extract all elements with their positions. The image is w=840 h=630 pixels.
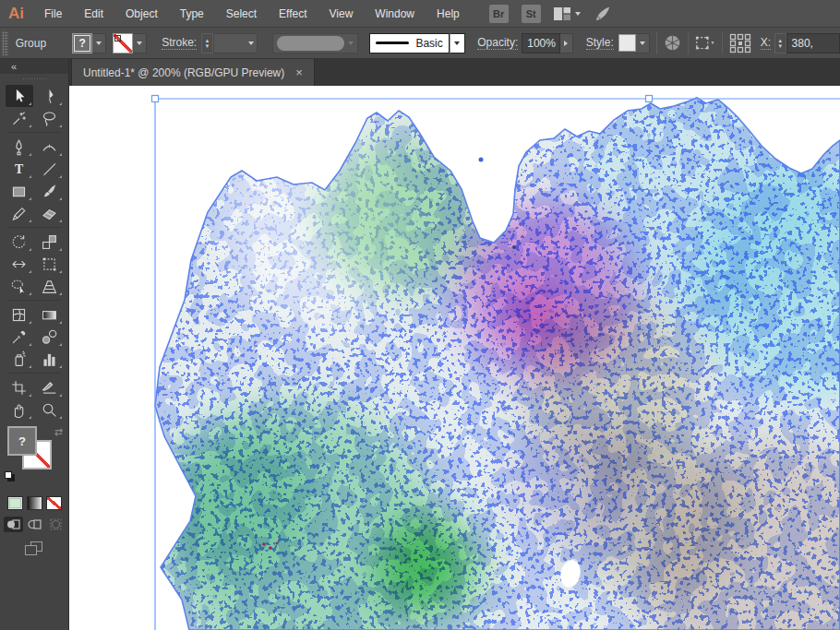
style-swatch[interactable] bbox=[618, 34, 636, 52]
tool-scale[interactable] bbox=[36, 231, 64, 253]
menu-view[interactable]: View bbox=[318, 0, 365, 28]
default-fill-stroke-icon[interactable] bbox=[5, 471, 15, 481]
draw-normal-icon bbox=[6, 518, 20, 530]
opacity-field[interactable]: 100% bbox=[522, 33, 560, 53]
bridge-button[interactable]: Br bbox=[489, 5, 509, 23]
tool-eraser[interactable] bbox=[36, 202, 64, 224]
draw-behind-button[interactable] bbox=[25, 517, 44, 532]
free-transform-icon bbox=[41, 256, 58, 273]
tool-width-tool[interactable] bbox=[6, 253, 33, 275]
style-chevron[interactable] bbox=[636, 33, 650, 53]
tool-direct-selection[interactable] bbox=[36, 85, 64, 107]
tool-row: T bbox=[0, 158, 68, 180]
tool-rectangle[interactable] bbox=[6, 180, 33, 202]
color-mode-button[interactable] bbox=[7, 496, 23, 510]
draw-inside-button[interactable] bbox=[46, 517, 66, 532]
tool-shape-builder[interactable] bbox=[6, 275, 33, 297]
draw-normal-button[interactable] bbox=[4, 517, 23, 532]
workspace-switcher-icon bbox=[554, 7, 570, 20]
artboard-canvas[interactable] bbox=[69, 86, 840, 630]
stroke-well-chevron[interactable] bbox=[133, 33, 147, 53]
stepper-down-icon[interactable]: ▼ bbox=[777, 43, 783, 49]
tool-artboard[interactable] bbox=[6, 376, 33, 398]
tool-symbol-sprayer[interactable] bbox=[6, 348, 33, 370]
document-tab[interactable]: Untitled-1* @ 200% (RGB/GPU Preview) × bbox=[71, 59, 315, 86]
toolbar-grip[interactable] bbox=[0, 74, 68, 85]
tool-selection[interactable] bbox=[6, 85, 33, 107]
tool-mesh[interactable] bbox=[6, 303, 33, 326]
tool-shaper[interactable] bbox=[6, 202, 33, 224]
tool-hand[interactable] bbox=[6, 398, 33, 421]
tool-slice[interactable] bbox=[36, 376, 64, 398]
none-mode-button[interactable] bbox=[46, 496, 62, 510]
x-position-stepper[interactable]: ▲▼ bbox=[774, 33, 786, 53]
tab-close-icon[interactable]: × bbox=[295, 66, 303, 78]
opacity-label[interactable]: Opacity: bbox=[477, 36, 518, 50]
shaper-icon bbox=[10, 205, 28, 222]
fill-color-well[interactable]: ? bbox=[72, 33, 92, 53]
select-similar-button[interactable] bbox=[695, 35, 715, 52]
recolor-artwork-button[interactable] bbox=[664, 34, 681, 52]
swap-fill-stroke-icon[interactable]: ⇄ bbox=[54, 426, 63, 438]
tool-blend[interactable] bbox=[36, 326, 64, 348]
variable-width-profile-select[interactable] bbox=[272, 33, 358, 53]
illustrator-logo[interactable]: Ai bbox=[0, 5, 33, 23]
stroke-color-well[interactable] bbox=[113, 33, 133, 53]
stepper-down-icon[interactable]: ▼ bbox=[204, 43, 210, 49]
menu-type[interactable]: Type bbox=[169, 0, 215, 28]
menu-select[interactable]: Select bbox=[215, 0, 268, 28]
menu-edit[interactable]: Edit bbox=[73, 0, 114, 28]
stroke-weight-label[interactable]: Stroke: bbox=[162, 36, 197, 50]
tool-gradient[interactable] bbox=[36, 303, 64, 326]
opacity-expand-button[interactable] bbox=[560, 33, 573, 53]
tool-curvature[interactable] bbox=[36, 136, 64, 158]
tool-free-transform[interactable] bbox=[36, 253, 64, 275]
tool-zoom[interactable] bbox=[36, 398, 64, 421]
panel-grip[interactable] bbox=[2, 31, 8, 55]
menu-file[interactable]: File bbox=[33, 0, 73, 28]
tool-eyedropper[interactable] bbox=[6, 326, 33, 348]
selection-handle[interactable] bbox=[646, 96, 653, 102]
x-position-label[interactable]: X: bbox=[761, 36, 771, 50]
toolbar-divider bbox=[7, 373, 61, 374]
align-panel-button[interactable] bbox=[729, 33, 751, 53]
tool-lasso[interactable] bbox=[36, 107, 64, 129]
style-label[interactable]: Style: bbox=[586, 36, 614, 50]
artwork-canvas[interactable] bbox=[69, 86, 840, 630]
slice-icon bbox=[41, 379, 58, 397]
blend-icon bbox=[41, 328, 58, 346]
divider bbox=[656, 32, 657, 54]
selection-handle[interactable] bbox=[152, 96, 159, 102]
stroke-weight-select[interactable] bbox=[213, 33, 258, 53]
tool-rotate[interactable] bbox=[6, 231, 33, 253]
gpu-performance-rocket-icon[interactable] bbox=[594, 6, 612, 22]
fill-well-chevron[interactable] bbox=[92, 33, 106, 53]
tool-line-segment[interactable] bbox=[36, 158, 64, 180]
stock-button[interactable]: St bbox=[522, 5, 541, 23]
stroke-proxy-icon bbox=[114, 35, 121, 42]
stroke-weight-stepper[interactable]: ▲▼ bbox=[201, 33, 213, 53]
brush-definition-select[interactable]: Basic bbox=[369, 33, 449, 53]
toolbar-divider bbox=[7, 300, 61, 301]
draw-behind-icon bbox=[28, 518, 42, 530]
workspace-switcher[interactable] bbox=[554, 7, 581, 20]
fill-control[interactable]: ? bbox=[72, 33, 106, 53]
change-screen-mode-button[interactable] bbox=[25, 541, 43, 556]
menu-help[interactable]: Help bbox=[426, 0, 471, 28]
fill-color-swatch[interactable]: ? bbox=[7, 426, 37, 456]
type-icon: T bbox=[10, 160, 28, 178]
tool-perspective-grid[interactable] bbox=[36, 275, 64, 297]
menu-window[interactable]: Window bbox=[364, 0, 426, 28]
stroke-control[interactable] bbox=[113, 33, 147, 53]
menu-object[interactable]: Object bbox=[114, 0, 169, 28]
tool-pen[interactable] bbox=[6, 136, 33, 158]
toolbar-collapse-button[interactable]: « bbox=[0, 59, 68, 74]
x-position-field[interactable]: 380, bbox=[786, 33, 840, 53]
tool-paintbrush[interactable] bbox=[36, 180, 64, 202]
menu-effect[interactable]: Effect bbox=[268, 0, 318, 28]
tool-column-graph[interactable] bbox=[36, 348, 64, 370]
brush-definition-chevron[interactable] bbox=[450, 33, 465, 53]
gradient-mode-button[interactable] bbox=[27, 496, 42, 510]
tool-magic-wand[interactable] bbox=[6, 107, 33, 129]
tool-type[interactable]: T bbox=[6, 158, 33, 180]
